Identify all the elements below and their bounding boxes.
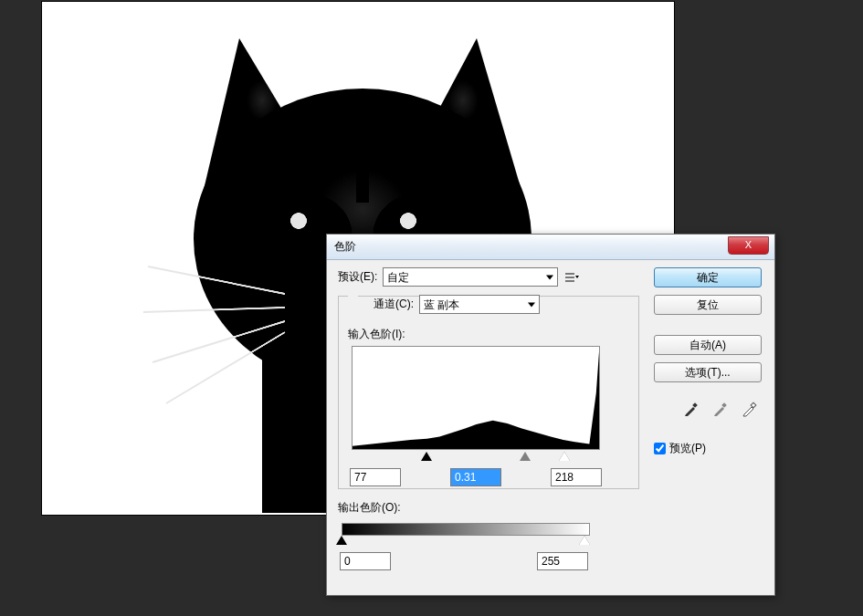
eyedropper-white-icon[interactable] — [740, 399, 760, 419]
output-levels-label: 输出色阶(O): — [338, 500, 401, 516]
svg-rect-14 — [721, 402, 727, 408]
svg-point-4 — [400, 213, 416, 229]
eyedropper-gray-icon[interactable] — [710, 399, 731, 419]
input-black-handle[interactable] — [421, 452, 432, 461]
input-gamma-field[interactable] — [450, 468, 501, 486]
histogram — [352, 346, 600, 450]
preview-checkbox[interactable] — [654, 443, 666, 454]
options-button[interactable]: 选项(T)... — [654, 362, 762, 382]
levels-dialog: 色阶 X 确定 复位 自动(A) 选项(T)... — [326, 234, 775, 596]
preset-combobox[interactable]: 自定 — [383, 267, 558, 287]
preview-checkbox-row[interactable]: 预览(P) — [654, 441, 762, 456]
input-white-handle[interactable] — [559, 452, 570, 461]
dialog-titlebar[interactable]: 色阶 X — [327, 235, 774, 260]
preset-menu-icon[interactable] — [563, 269, 580, 286]
svg-rect-13 — [692, 402, 698, 408]
cancel-button[interactable]: 复位 — [654, 295, 762, 315]
histogram-plot — [353, 347, 599, 449]
channel-combobox[interactable]: 蓝 副本 — [419, 295, 540, 314]
preset-value: 自定 — [387, 271, 409, 284]
input-white-field[interactable] — [551, 468, 602, 486]
input-black-field[interactable] — [350, 468, 401, 486]
preset-row: 预设(E): 自定 — [338, 267, 639, 287]
input-gamma-handle[interactable] — [520, 452, 531, 461]
eyedropper-black-icon[interactable] — [681, 399, 701, 419]
output-slider-track[interactable] — [342, 536, 590, 548]
eyedropper-row — [654, 399, 762, 419]
input-levels-label: 输入色阶(I): — [348, 327, 405, 342]
channel-fieldset: . 通道(C): 蓝 副本 输入色阶(I): — [338, 296, 639, 489]
ok-button[interactable]: 确定 — [654, 267, 762, 287]
close-button[interactable]: X — [728, 236, 769, 255]
preview-label: 预览(P) — [669, 441, 706, 456]
preset-label: 预设(E): — [338, 269, 377, 285]
input-slider-track[interactable] — [352, 452, 600, 465]
output-black-field[interactable] — [340, 552, 391, 570]
channel-value: 蓝 副本 — [424, 298, 459, 311]
output-white-handle[interactable] — [579, 536, 590, 545]
auto-button[interactable]: 自动(A) — [654, 335, 762, 355]
svg-point-3 — [290, 213, 307, 229]
dialog-title: 色阶 — [334, 239, 356, 255]
output-black-handle[interactable] — [336, 536, 347, 545]
dialog-button-column: 确定 复位 自动(A) 选项(T)... 预览(P) — [654, 267, 762, 456]
channel-label: 通道(C): — [374, 297, 414, 312]
output-white-field[interactable] — [537, 552, 588, 570]
output-gradient — [342, 523, 590, 536]
